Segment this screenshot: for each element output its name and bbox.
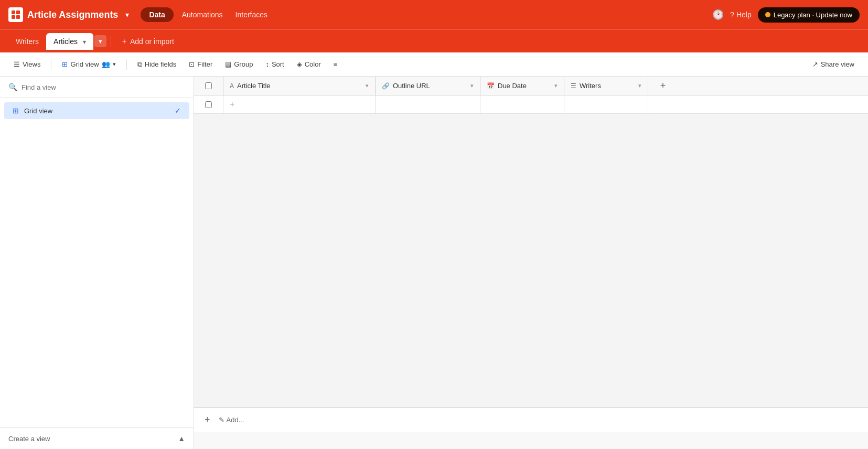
filter-icon: ⊡ <box>189 60 195 68</box>
legacy-dot-icon <box>765 12 770 17</box>
grid-view-icon: ⊞ <box>13 106 19 115</box>
table-area: A Article Title ▾ 🔗 Outline URL ▾ 📅 Due … <box>194 77 868 449</box>
create-view-chevron-icon: ▲ <box>178 434 185 443</box>
row-height-icon: ≡ <box>334 60 338 68</box>
header-due-date[interactable]: 📅 Due Date ▾ <box>480 77 564 95</box>
add-or-import-button[interactable]: ＋ Add or import <box>115 34 179 49</box>
outline-url-dropdown-icon[interactable]: ▾ <box>470 82 474 89</box>
grid-view-button[interactable]: ⊞ Grid view 👥 ▾ <box>57 58 121 71</box>
table-wrap: A Article Title ▾ 🔗 Outline URL ▾ 📅 Due … <box>194 77 868 408</box>
add-text-button[interactable]: ✎ Add... <box>219 416 244 424</box>
row-checkbox-cell <box>194 95 223 113</box>
text-field-icon: A <box>230 82 234 90</box>
toolbar: ☰ Views ⊞ Grid view 👥 ▾ ⧉ Hide fields ⊡ … <box>0 52 868 77</box>
article-title-dropdown-icon[interactable]: ▾ <box>366 82 369 89</box>
row-height-button[interactable]: ≡ <box>328 58 343 71</box>
data-button[interactable]: Data <box>141 7 173 22</box>
date-field-icon: 📅 <box>487 82 495 90</box>
row-add-cell[interactable]: + <box>223 95 376 113</box>
sidebar-footer: Create a view ▲ <box>0 427 194 449</box>
svg-rect-0 <box>12 10 15 14</box>
app-title-chevron[interactable]: ▾ <box>122 9 132 20</box>
row-outline-cell <box>376 95 480 113</box>
share-icon: ↗ <box>812 60 818 68</box>
color-button[interactable]: ◈ Color <box>292 58 326 71</box>
add-icon: ✎ <box>219 416 224 424</box>
sidebar: 🔍 ⊞ Grid view ✓ Create a view ▲ <box>0 77 194 449</box>
app-title: Article Assignments <box>27 9 118 20</box>
grid-view-chevron[interactable]: ▾ <box>113 61 116 68</box>
grid-view-people-icon: 👥 <box>102 60 110 68</box>
hide-fields-button[interactable]: ⧉ Hide fields <box>132 58 182 71</box>
header-checkbox-cell <box>194 77 223 95</box>
search-icon: 🔍 <box>8 83 17 91</box>
legacy-plan-button[interactable]: Legacy plan · Update now <box>758 7 860 23</box>
interfaces-link[interactable]: Interfaces <box>229 7 274 22</box>
views-icon: ☰ <box>14 60 20 68</box>
row-checkbox[interactable] <box>205 101 212 108</box>
main-area: 🔍 ⊞ Grid view ✓ Create a view ▲ <box>0 77 868 449</box>
tab-dropdown-btn[interactable]: ▾ <box>94 35 106 47</box>
header-writers[interactable]: ☰ Writers ▾ <box>564 77 648 95</box>
grid-icon: ⊞ <box>62 60 68 68</box>
group-button[interactable]: ▤ Group <box>220 58 258 71</box>
add-row-icon[interactable]: + <box>230 100 234 109</box>
svg-rect-1 <box>16 10 20 14</box>
automations-link[interactable]: Automations <box>176 7 229 22</box>
logo-icon <box>8 7 23 22</box>
svg-rect-2 <box>12 15 15 19</box>
writers-dropdown-icon[interactable]: ▾ <box>638 82 641 89</box>
table-header: A Article Title ▾ 🔗 Outline URL ▾ 📅 Due … <box>194 77 868 95</box>
add-row-button[interactable]: + <box>200 412 215 427</box>
tab-articles[interactable]: Articles ▾ <box>46 33 93 50</box>
views-button[interactable]: ☰ Views <box>8 58 46 71</box>
sidebar-views-list: ⊞ Grid view ✓ <box>0 98 194 427</box>
table-bottom-bar: + ✎ Add... <box>194 408 868 432</box>
search-view-input[interactable] <box>22 83 185 91</box>
table-row-add: + <box>194 95 868 114</box>
add-field-button[interactable]: + <box>648 77 678 95</box>
header-outline-url[interactable]: 🔗 Outline URL ▾ <box>376 77 480 95</box>
hide-fields-icon: ⧉ <box>137 60 142 69</box>
tabs-bar: Writers Articles ▾ ▾ ＋ Add or import <box>0 29 868 52</box>
header-article-title[interactable]: A Article Title ▾ <box>223 77 376 95</box>
help-button[interactable]: ? Help <box>730 10 752 19</box>
search-wrap: 🔍 <box>8 83 185 91</box>
empty-table-body <box>194 114 868 408</box>
active-check-icon: ✓ <box>175 106 181 115</box>
filter-button[interactable]: ⊡ Filter <box>184 58 218 71</box>
tabs-divider <box>111 36 111 47</box>
top-nav: Article Assignments ▾ Data Automations I… <box>0 0 868 29</box>
history-button[interactable]: 🕑 <box>712 9 724 20</box>
share-view-button[interactable]: ↗ Share view <box>807 58 860 71</box>
select-all-checkbox[interactable] <box>205 82 212 89</box>
plus-icon: ＋ <box>121 37 128 46</box>
color-icon: ◈ <box>297 60 302 68</box>
app-logo: Article Assignments ▾ <box>8 7 132 22</box>
row-writers-cell <box>564 95 648 113</box>
nav-right: 🕑 ? Help Legacy plan · Update now <box>712 7 860 23</box>
toolbar-divider-2 <box>126 59 127 70</box>
create-view-row[interactable]: Create a view ▲ <box>8 434 185 443</box>
row-duedate-cell <box>480 95 564 113</box>
tab-articles-chevron[interactable]: ▾ <box>83 38 86 46</box>
tab-writers[interactable]: Writers <box>8 33 46 50</box>
sort-icon: ↕ <box>265 60 269 68</box>
svg-rect-3 <box>16 15 20 19</box>
group-icon: ▤ <box>225 60 231 68</box>
url-field-icon: 🔗 <box>382 82 390 90</box>
sidebar-search-area: 🔍 <box>0 77 194 98</box>
due-date-dropdown-icon[interactable]: ▾ <box>554 82 558 89</box>
linked-field-icon: ☰ <box>571 82 576 90</box>
toolbar-divider-1 <box>51 59 51 70</box>
help-circle-icon: ? <box>730 10 734 19</box>
sidebar-item-grid-view[interactable]: ⊞ Grid view ✓ <box>4 102 189 119</box>
sort-button[interactable]: ↕ Sort <box>260 58 289 71</box>
